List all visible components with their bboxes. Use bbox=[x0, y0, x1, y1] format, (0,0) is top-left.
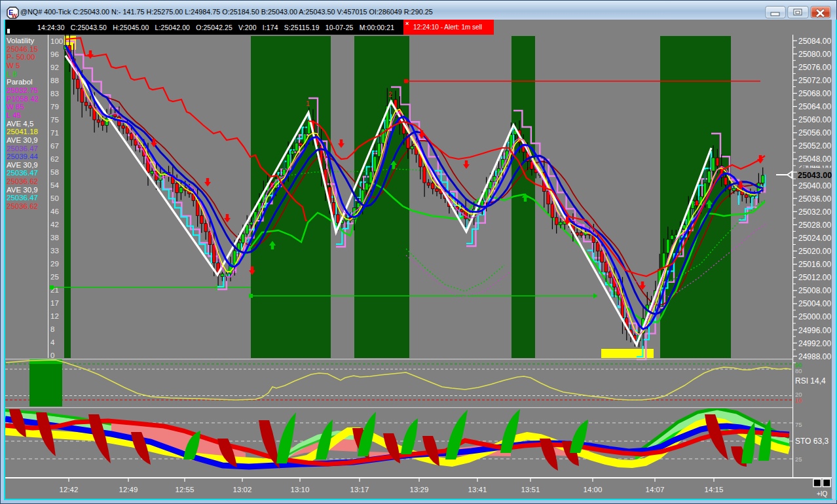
svg-text:96: 96 bbox=[50, 50, 59, 58]
svg-text:25084.00: 25084.00 bbox=[798, 37, 831, 46]
svg-text:25052.00: 25052.00 bbox=[798, 141, 831, 151]
svg-text:80: 80 bbox=[795, 367, 802, 374]
svg-text:25072.00: 25072.00 bbox=[798, 76, 831, 85]
svg-text:25064.00: 25064.00 bbox=[798, 102, 831, 111]
svg-text:25012.00: 25012.00 bbox=[798, 273, 831, 282]
svg-text:Volatility: Volatility bbox=[7, 37, 34, 45]
svg-text:25028.00: 25028.00 bbox=[798, 221, 831, 230]
svg-text:14:24:30 C:25043.50 H:2504: 14:24:30 C:25043.50 H:25045.00 L:25042.0… bbox=[37, 24, 394, 31]
svg-text:58: 58 bbox=[50, 168, 59, 176]
svg-text:12:55: 12:55 bbox=[176, 486, 195, 494]
svg-text:AVE 4,5: AVE 4,5 bbox=[7, 120, 33, 128]
svg-text:25036.62: 25036.62 bbox=[7, 177, 38, 185]
svg-text:25024.00: 25024.00 bbox=[798, 234, 831, 243]
svg-text:P- 50.00: P- 50.00 bbox=[7, 53, 35, 61]
svg-text:25036.47: 25036.47 bbox=[7, 194, 38, 202]
svg-text:12:24:10 - Alert: 1m sell: 12:24:10 - Alert: 1m sell bbox=[413, 24, 482, 31]
svg-text:13:41: 13:41 bbox=[468, 486, 487, 494]
svg-text:4: 4 bbox=[50, 338, 55, 346]
svg-text:25008.00: 25008.00 bbox=[798, 286, 831, 295]
svg-text:12: 12 bbox=[50, 312, 59, 320]
svg-text:25043.00: 25043.00 bbox=[798, 171, 832, 180]
svg-text:8: 8 bbox=[50, 325, 54, 333]
svg-text:×: × bbox=[405, 20, 409, 27]
svg-text:24988.00: 24988.00 bbox=[798, 352, 831, 361]
svg-text:25039.44: 25039.44 bbox=[7, 153, 39, 160]
svg-text:25032.75: 25032.75 bbox=[7, 86, 38, 94]
svg-text:+IQ: +IQ bbox=[817, 490, 828, 497]
svg-text:25: 25 bbox=[50, 273, 59, 281]
svg-text:14:07: 14:07 bbox=[646, 486, 665, 494]
svg-text:14:00: 14:00 bbox=[584, 486, 603, 494]
svg-text:25056.00: 25056.00 bbox=[798, 128, 831, 137]
svg-text:25004.00: 25004.00 bbox=[798, 299, 831, 308]
svg-text:W 85: W 85 bbox=[7, 103, 24, 111]
svg-text:13:02: 13:02 bbox=[233, 486, 252, 494]
svg-text:17: 17 bbox=[50, 299, 59, 307]
svg-text:24992.00: 24992.00 bbox=[798, 339, 831, 348]
svg-text:13:29: 13:29 bbox=[410, 486, 429, 494]
svg-text:2: 2 bbox=[388, 90, 392, 98]
svg-text:w: w bbox=[11, 12, 17, 19]
svg-text:25041.18: 25041.18 bbox=[7, 128, 38, 135]
svg-text:25: 25 bbox=[795, 456, 802, 463]
svg-text:25060.00: 25060.00 bbox=[798, 115, 831, 124]
svg-text:P1058.42: P1058.42 bbox=[7, 95, 39, 103]
svg-text:0: 0 bbox=[50, 351, 54, 359]
svg-text:AVE 30,9: AVE 30,9 bbox=[7, 136, 38, 144]
svg-text:13:51: 13:51 bbox=[521, 486, 540, 494]
svg-text:54: 54 bbox=[50, 181, 59, 189]
svg-text:25040.00: 25040.00 bbox=[798, 181, 831, 190]
svg-text:12:49: 12:49 bbox=[119, 486, 138, 494]
svg-text:@NQ# 400-Tick C:25043.00 N:- 1: @NQ# 400-Tick C:25043.00 N:- 141.75 H:25… bbox=[20, 8, 433, 16]
svg-text:13:17: 13:17 bbox=[350, 486, 369, 494]
svg-text:AVE 30,9: AVE 30,9 bbox=[7, 186, 38, 194]
svg-text:79: 79 bbox=[50, 103, 59, 111]
svg-text:25036.47: 25036.47 bbox=[7, 145, 38, 153]
svg-text:83: 83 bbox=[50, 90, 59, 98]
svg-text:75: 75 bbox=[50, 116, 59, 124]
svg-text:RSI 14,4: RSI 14,4 bbox=[795, 376, 826, 386]
svg-text:L 8: L 8 bbox=[7, 70, 17, 78]
svg-text:25046.15: 25046.15 bbox=[7, 45, 38, 53]
svg-text:71: 71 bbox=[50, 129, 59, 137]
svg-text:25036.00: 25036.00 bbox=[798, 194, 831, 204]
svg-text:88: 88 bbox=[50, 77, 59, 84]
svg-text:STO 63,3: STO 63,3 bbox=[795, 437, 828, 446]
svg-text:24996.00: 24996.00 bbox=[798, 326, 831, 335]
svg-text:Parabol: Parabol bbox=[7, 78, 33, 86]
svg-text:25076.00: 25076.00 bbox=[798, 63, 831, 72]
svg-text:W 5: W 5 bbox=[7, 62, 20, 69]
svg-text:29: 29 bbox=[50, 260, 59, 268]
svg-text:42: 42 bbox=[50, 221, 59, 228]
svg-text:92: 92 bbox=[50, 63, 59, 71]
svg-text:25036.47: 25036.47 bbox=[7, 169, 38, 177]
svg-text:AVE 30,9: AVE 30,9 bbox=[7, 161, 38, 169]
svg-text:46: 46 bbox=[50, 207, 59, 215]
svg-text:12:42: 12:42 bbox=[60, 486, 79, 494]
svg-text:100: 100 bbox=[50, 37, 63, 45]
svg-text:67: 67 bbox=[50, 142, 59, 150]
svg-text:50: 50 bbox=[50, 194, 59, 202]
svg-text:25048.00: 25048.00 bbox=[798, 154, 831, 164]
svg-text:33: 33 bbox=[50, 247, 59, 255]
svg-text:25068.00: 25068.00 bbox=[798, 89, 831, 98]
svg-text:25000.00: 25000.00 bbox=[798, 312, 831, 321]
svg-text:25016.00: 25016.00 bbox=[798, 260, 831, 269]
svg-text:75: 75 bbox=[795, 421, 802, 428]
svg-text:14:15: 14:15 bbox=[705, 486, 724, 494]
svg-text:62: 62 bbox=[50, 155, 59, 163]
svg-text:25020.00: 25020.00 bbox=[798, 247, 831, 256]
svg-text:L 45: L 45 bbox=[7, 111, 21, 119]
svg-text:25080.00: 25080.00 bbox=[798, 50, 831, 59]
svg-text:13:10: 13:10 bbox=[291, 486, 310, 494]
svg-text:38: 38 bbox=[50, 234, 59, 242]
svg-text:25036.62: 25036.62 bbox=[7, 202, 38, 210]
svg-text:10: 10 bbox=[795, 397, 802, 404]
svg-text:25032.00: 25032.00 bbox=[798, 207, 831, 217]
svg-text:1: 1 bbox=[306, 99, 310, 107]
